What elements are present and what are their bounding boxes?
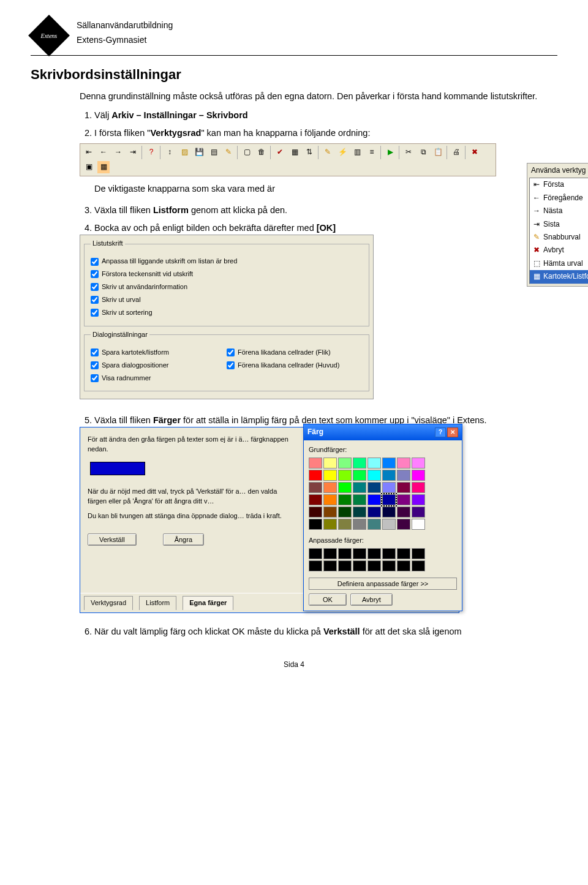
panel-item-avbryt[interactable]: ✖Avbryt <box>530 244 588 257</box>
color-cell[interactable] <box>382 470 396 481</box>
cc-text-3: Du kan bli tvungen att stänga dina öppna… <box>88 511 293 521</box>
color-cell[interactable] <box>382 519 396 530</box>
ck-spara-kartotek[interactable] <box>91 348 99 356</box>
tab-listform[interactable]: Listform <box>139 596 176 610</box>
color-cell[interactable] <box>368 458 381 469</box>
color-cell[interactable] <box>412 519 425 530</box>
custom-color-cell[interactable] <box>368 548 381 559</box>
color-cell[interactable] <box>412 494 425 505</box>
color-cell[interactable] <box>323 519 337 530</box>
color-cell[interactable] <box>412 458 425 469</box>
custom-color-cell[interactable] <box>397 548 410 559</box>
color-cell[interactable] <box>368 507 381 518</box>
custom-color-cell[interactable] <box>309 560 322 571</box>
last-icon: ⇥ <box>126 146 140 159</box>
ck-forena-huvud[interactable] <box>227 361 235 369</box>
custom-color-cell[interactable] <box>309 548 322 559</box>
ck-forena-flik[interactable] <box>227 348 235 356</box>
color-cell[interactable] <box>382 458 396 469</box>
color-cell[interactable] <box>368 494 381 505</box>
panel-item-nasta[interactable]: →Nästa <box>530 205 588 217</box>
color-cell[interactable] <box>338 519 352 530</box>
ck-anvandarinfo[interactable] <box>91 283 99 291</box>
color-cell[interactable] <box>323 458 337 469</box>
color-swatch-button[interactable] <box>90 462 145 475</box>
color-cell[interactable] <box>397 494 410 505</box>
tab-verktygsrad[interactable]: Verktygsrad <box>84 596 133 610</box>
help-titlebar-button[interactable]: ? <box>435 427 446 437</box>
start-icon: ▶ <box>383 146 397 159</box>
color-cell[interactable] <box>353 458 366 469</box>
color-cell[interactable] <box>338 507 352 518</box>
check-icon: ✔ <box>273 146 287 159</box>
verkstall-button[interactable]: Verkställ <box>88 533 137 546</box>
custom-color-cell[interactable] <box>412 548 425 559</box>
custom-color-cell[interactable] <box>323 560 337 571</box>
color-cell[interactable] <box>412 470 425 481</box>
color-cell[interactable] <box>309 494 322 505</box>
ck-sortering[interactable] <box>91 309 99 317</box>
definiera-button[interactable]: Definiera anpassade färger >> <box>309 578 457 590</box>
avbryt-button[interactable]: Avbryt <box>350 593 393 606</box>
ck-anpassa[interactable] <box>91 258 99 266</box>
color-cell[interactable] <box>353 470 366 481</box>
custom-color-cell[interactable] <box>338 548 352 559</box>
color-cell[interactable] <box>397 507 410 518</box>
custom-color-cell[interactable] <box>338 560 352 571</box>
color-cell[interactable] <box>353 494 366 505</box>
color-cell[interactable] <box>323 482 337 493</box>
ck-forstora[interactable] <box>91 270 99 278</box>
color-cell[interactable] <box>382 507 396 518</box>
close-titlebar-button[interactable]: ✕ <box>447 427 458 437</box>
custom-color-cell[interactable] <box>382 548 396 559</box>
panel-item-forsta[interactable]: ⇤Första <box>530 178 588 191</box>
panel-item-foregaende[interactable]: ←Föregående <box>530 192 588 205</box>
color-cell[interactable] <box>397 519 410 530</box>
panel-item-sista[interactable]: ⇥Sista <box>530 218 588 231</box>
color-cell[interactable] <box>338 470 352 481</box>
color-cell[interactable] <box>382 482 396 493</box>
custom-color-cell[interactable] <box>323 548 337 559</box>
angra-button[interactable]: Ångra <box>163 533 204 546</box>
color-cell[interactable] <box>368 482 381 493</box>
color-cell[interactable] <box>309 519 322 530</box>
color-cell[interactable] <box>323 470 337 481</box>
color-cell[interactable] <box>397 470 410 481</box>
header-text-block: Sällananvändarutbildning Extens-Gymnasie… <box>77 18 173 48</box>
color-cell[interactable] <box>338 458 352 469</box>
color-cell[interactable] <box>397 482 410 493</box>
color-cell[interactable] <box>368 519 381 530</box>
color-cell[interactable] <box>323 507 337 518</box>
custom-color-cell[interactable] <box>397 560 410 571</box>
color-cell[interactable] <box>309 482 322 493</box>
color-cell[interactable] <box>323 494 337 505</box>
color-cell[interactable] <box>309 470 322 481</box>
ck-visa-radnummer[interactable] <box>91 374 99 382</box>
color-cell[interactable] <box>382 494 396 505</box>
custom-color-cell[interactable] <box>412 560 425 571</box>
color-cell[interactable] <box>353 507 366 518</box>
color-cell[interactable] <box>368 470 381 481</box>
ok-button[interactable]: OK <box>309 593 347 606</box>
custom-color-cell[interactable] <box>353 560 366 571</box>
color-cell[interactable] <box>338 482 352 493</box>
ck-spara-dialogpos[interactable] <box>91 361 99 369</box>
tab-egna-farger[interactable]: Egna färger <box>183 596 233 610</box>
panel-item-hamta[interactable]: ⬚Hämta urval <box>530 257 588 270</box>
color-cell[interactable] <box>412 507 425 518</box>
custom-color-cell[interactable] <box>353 548 366 559</box>
custom-color-cell[interactable] <box>382 560 396 571</box>
ck-urval[interactable] <box>91 296 99 304</box>
color-cell[interactable] <box>353 519 366 530</box>
header-divider <box>31 55 557 56</box>
color-cell[interactable] <box>397 458 410 469</box>
color-cell[interactable] <box>353 482 366 493</box>
panel-item-kartotek[interactable]: ▦Kartotek/Listform <box>530 270 588 283</box>
cc-text-2: När du är nöjd med ditt val, tryck på 'V… <box>88 487 293 507</box>
color-cell[interactable] <box>338 494 352 505</box>
color-cell[interactable] <box>309 458 322 469</box>
panel-item-snabburval[interactable]: ✎Snabburval <box>530 231 588 244</box>
color-cell[interactable] <box>412 482 425 493</box>
custom-color-cell[interactable] <box>368 560 381 571</box>
color-cell[interactable] <box>309 507 322 518</box>
